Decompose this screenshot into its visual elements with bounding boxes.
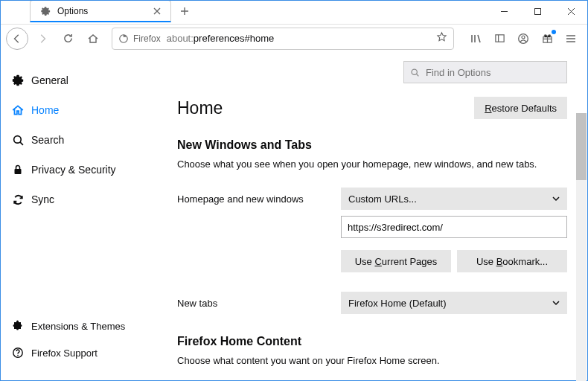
identity-label: Firefox (133, 33, 161, 44)
identity-box[interactable]: Firefox (118, 33, 161, 44)
sidebar-item-label: Privacy & Security (31, 164, 116, 176)
homepage-url-input[interactable] (341, 216, 567, 238)
home-icon (10, 103, 25, 118)
titlebar: Options (0, 0, 588, 24)
sidebar-item-label: Sync (31, 193, 54, 205)
search-icon (10, 132, 25, 147)
page-title: Home (177, 98, 223, 118)
sidebar-item-general[interactable]: General (0, 65, 156, 95)
svg-point-6 (13, 135, 21, 143)
sidebar-item-label: Search (31, 134, 64, 146)
url-bar[interactable]: Firefox about:preferences#home (112, 28, 454, 50)
section-heading-home-content: Firefox Home Content (177, 335, 567, 348)
svg-rect-0 (535, 8, 541, 14)
find-in-options[interactable]: Find in Options (403, 61, 567, 83)
search-icon (410, 68, 420, 77)
chevron-down-icon (552, 299, 560, 307)
account-button[interactable] (512, 28, 534, 50)
homepage-select[interactable]: Custom URLs... (341, 188, 567, 210)
lock-icon (10, 162, 25, 177)
browser-tab[interactable]: Options (30, 0, 171, 22)
reload-button[interactable] (57, 28, 79, 50)
notification-dot-icon (552, 30, 556, 34)
sidebar-item-extensions[interactable]: Extensions & Themes (0, 313, 156, 339)
menu-button[interactable] (560, 28, 582, 50)
use-current-pages-button[interactable]: Use Current Pages (341, 250, 451, 272)
bookmark-star-icon[interactable] (436, 31, 447, 45)
sidebar-item-label: Home (31, 104, 59, 116)
home-button[interactable] (82, 28, 104, 50)
window-controls (488, 0, 588, 22)
puzzle-icon (10, 318, 25, 333)
use-bookmark-button[interactable]: Use Bookmark... (457, 250, 567, 272)
sidebar-item-home[interactable]: Home (0, 95, 156, 125)
minimize-button[interactable] (488, 0, 521, 22)
restore-defaults-button[interactable]: Restore Defaults (474, 97, 567, 119)
sidebar-item-label: General (31, 74, 68, 86)
sync-icon (10, 192, 25, 207)
maximize-button[interactable] (521, 0, 555, 22)
back-button[interactable] (6, 28, 28, 50)
find-placeholder: Find in Options (426, 67, 490, 78)
sidebar-item-sync[interactable]: Sync (0, 185, 156, 214)
question-icon (10, 345, 25, 360)
whatsnew-button[interactable] (536, 28, 558, 50)
section-desc-2: Choose what content you want on your Fir… (177, 354, 567, 368)
sidebar-item-privacy[interactable]: Privacy & Security (0, 155, 156, 185)
firefox-logo-icon (118, 33, 129, 44)
svg-rect-7 (15, 169, 22, 174)
sidebar-item-label: Firefox Support (31, 348, 98, 359)
sidebar-button[interactable] (488, 28, 511, 50)
new-tab-button[interactable] (174, 1, 195, 22)
preferences-sidebar: General Home Search Privacy & Security S… (0, 52, 156, 381)
tab-title: Options (57, 6, 151, 16)
section-heading-windows-tabs: New Windows and Tabs (177, 138, 567, 152)
close-icon[interactable] (151, 5, 163, 17)
close-window-button[interactable] (555, 0, 588, 22)
gear-icon (39, 5, 51, 17)
homepage-label: Homepage and new windows (177, 193, 341, 205)
chevron-down-icon (552, 195, 560, 202)
svg-point-10 (412, 69, 417, 74)
library-button[interactable] (464, 28, 487, 50)
newtabs-select[interactable]: Firefox Home (Default) (341, 292, 567, 314)
svg-point-9 (17, 355, 19, 356)
svg-rect-2 (495, 35, 503, 42)
sidebar-item-search[interactable]: Search (0, 125, 156, 155)
toolbar: Firefox about:preferences#home (0, 24, 588, 52)
scrollbar[interactable] (576, 113, 587, 381)
forward-button[interactable] (31, 28, 54, 50)
scrollbar-thumb[interactable] (576, 113, 587, 180)
gear-icon (10, 73, 25, 88)
url-text: about:preferences#home (167, 33, 436, 44)
newtabs-label: New tabs (177, 298, 341, 309)
sidebar-item-support[interactable]: Firefox Support (0, 339, 156, 366)
svg-point-4 (522, 36, 525, 39)
preferences-main: Find in Options Home Restore Defaults Ne… (156, 52, 588, 381)
section-desc: Choose what you see when you open your h… (177, 158, 567, 171)
sidebar-item-label: Extensions & Themes (31, 321, 125, 332)
